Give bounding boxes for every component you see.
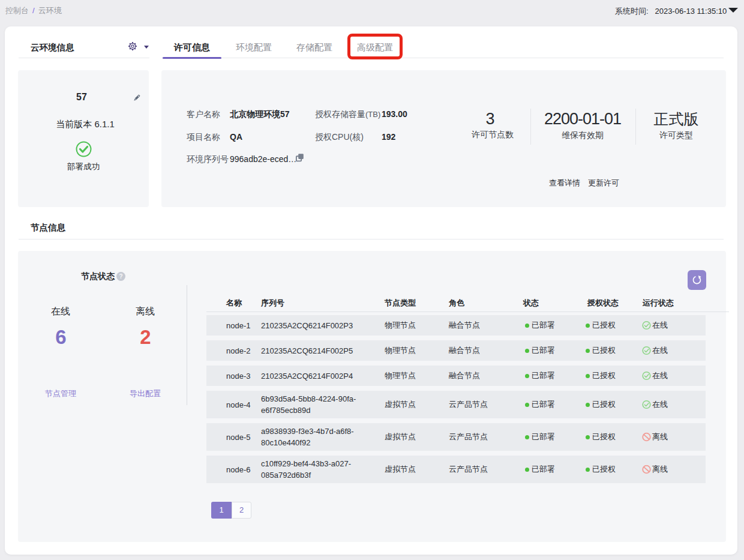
svg-text:?: ?	[119, 273, 122, 280]
